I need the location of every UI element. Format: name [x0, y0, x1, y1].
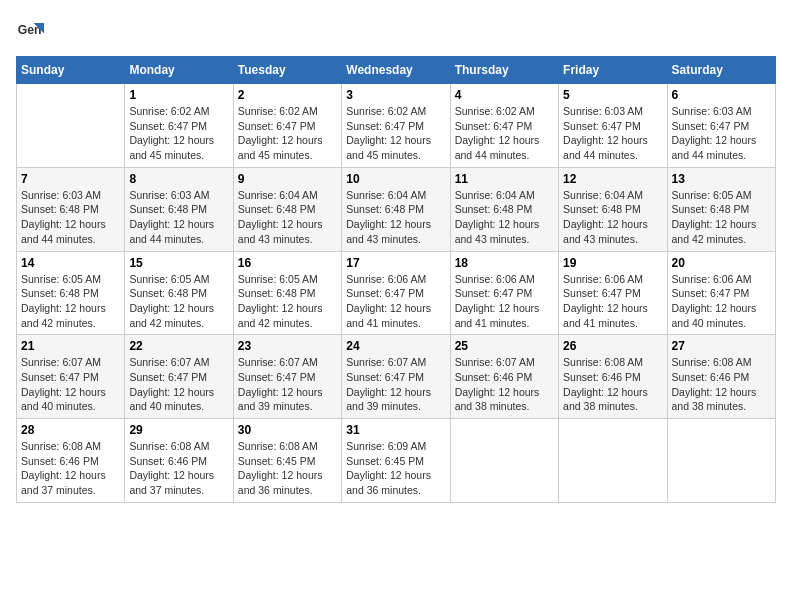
calendar-cell: 23Sunrise: 6:07 AM Sunset: 6:47 PM Dayli… — [233, 335, 341, 419]
calendar-cell — [559, 419, 667, 503]
day-number: 14 — [21, 256, 120, 270]
calendar-cell: 1Sunrise: 6:02 AM Sunset: 6:47 PM Daylig… — [125, 84, 233, 168]
calendar-cell: 12Sunrise: 6:04 AM Sunset: 6:48 PM Dayli… — [559, 167, 667, 251]
day-info: Sunrise: 6:04 AM Sunset: 6:48 PM Dayligh… — [455, 188, 554, 247]
calendar-cell: 16Sunrise: 6:05 AM Sunset: 6:48 PM Dayli… — [233, 251, 341, 335]
day-number: 20 — [672, 256, 771, 270]
weekday-header: Monday — [125, 57, 233, 84]
day-info: Sunrise: 6:03 AM Sunset: 6:48 PM Dayligh… — [21, 188, 120, 247]
calendar-week-row: 1Sunrise: 6:02 AM Sunset: 6:47 PM Daylig… — [17, 84, 776, 168]
day-number: 26 — [563, 339, 662, 353]
calendar-table: SundayMondayTuesdayWednesdayThursdayFrid… — [16, 56, 776, 503]
day-info: Sunrise: 6:03 AM Sunset: 6:47 PM Dayligh… — [563, 104, 662, 163]
logo: Gen — [16, 16, 48, 44]
calendar-cell — [667, 419, 775, 503]
page-header: Gen — [16, 16, 776, 44]
calendar-cell: 26Sunrise: 6:08 AM Sunset: 6:46 PM Dayli… — [559, 335, 667, 419]
calendar-cell: 8Sunrise: 6:03 AM Sunset: 6:48 PM Daylig… — [125, 167, 233, 251]
day-number: 4 — [455, 88, 554, 102]
calendar-week-row: 28Sunrise: 6:08 AM Sunset: 6:46 PM Dayli… — [17, 419, 776, 503]
day-number: 23 — [238, 339, 337, 353]
calendar-cell: 29Sunrise: 6:08 AM Sunset: 6:46 PM Dayli… — [125, 419, 233, 503]
calendar-cell: 6Sunrise: 6:03 AM Sunset: 6:47 PM Daylig… — [667, 84, 775, 168]
day-info: Sunrise: 6:05 AM Sunset: 6:48 PM Dayligh… — [672, 188, 771, 247]
day-info: Sunrise: 6:07 AM Sunset: 6:46 PM Dayligh… — [455, 355, 554, 414]
day-info: Sunrise: 6:04 AM Sunset: 6:48 PM Dayligh… — [346, 188, 445, 247]
day-info: Sunrise: 6:06 AM Sunset: 6:47 PM Dayligh… — [346, 272, 445, 331]
calendar-cell: 22Sunrise: 6:07 AM Sunset: 6:47 PM Dayli… — [125, 335, 233, 419]
day-number: 6 — [672, 88, 771, 102]
calendar-cell: 7Sunrise: 6:03 AM Sunset: 6:48 PM Daylig… — [17, 167, 125, 251]
day-number: 15 — [129, 256, 228, 270]
day-info: Sunrise: 6:08 AM Sunset: 6:46 PM Dayligh… — [563, 355, 662, 414]
calendar-cell: 28Sunrise: 6:08 AM Sunset: 6:46 PM Dayli… — [17, 419, 125, 503]
day-number: 2 — [238, 88, 337, 102]
day-number: 29 — [129, 423, 228, 437]
calendar-cell: 18Sunrise: 6:06 AM Sunset: 6:47 PM Dayli… — [450, 251, 558, 335]
calendar-week-row: 21Sunrise: 6:07 AM Sunset: 6:47 PM Dayli… — [17, 335, 776, 419]
day-number: 17 — [346, 256, 445, 270]
day-number: 8 — [129, 172, 228, 186]
calendar-cell: 14Sunrise: 6:05 AM Sunset: 6:48 PM Dayli… — [17, 251, 125, 335]
day-info: Sunrise: 6:06 AM Sunset: 6:47 PM Dayligh… — [672, 272, 771, 331]
day-info: Sunrise: 6:04 AM Sunset: 6:48 PM Dayligh… — [563, 188, 662, 247]
calendar-cell: 15Sunrise: 6:05 AM Sunset: 6:48 PM Dayli… — [125, 251, 233, 335]
day-info: Sunrise: 6:07 AM Sunset: 6:47 PM Dayligh… — [238, 355, 337, 414]
day-number: 27 — [672, 339, 771, 353]
day-info: Sunrise: 6:06 AM Sunset: 6:47 PM Dayligh… — [563, 272, 662, 331]
calendar-cell — [17, 84, 125, 168]
calendar-cell: 17Sunrise: 6:06 AM Sunset: 6:47 PM Dayli… — [342, 251, 450, 335]
day-number: 3 — [346, 88, 445, 102]
day-info: Sunrise: 6:07 AM Sunset: 6:47 PM Dayligh… — [21, 355, 120, 414]
day-info: Sunrise: 6:04 AM Sunset: 6:48 PM Dayligh… — [238, 188, 337, 247]
calendar-cell: 3Sunrise: 6:02 AM Sunset: 6:47 PM Daylig… — [342, 84, 450, 168]
calendar-cell: 20Sunrise: 6:06 AM Sunset: 6:47 PM Dayli… — [667, 251, 775, 335]
day-number: 21 — [21, 339, 120, 353]
day-number: 16 — [238, 256, 337, 270]
day-number: 12 — [563, 172, 662, 186]
day-info: Sunrise: 6:08 AM Sunset: 6:46 PM Dayligh… — [672, 355, 771, 414]
weekday-header: Sunday — [17, 57, 125, 84]
day-info: Sunrise: 6:02 AM Sunset: 6:47 PM Dayligh… — [238, 104, 337, 163]
calendar-cell: 11Sunrise: 6:04 AM Sunset: 6:48 PM Dayli… — [450, 167, 558, 251]
weekday-header: Saturday — [667, 57, 775, 84]
day-info: Sunrise: 6:09 AM Sunset: 6:45 PM Dayligh… — [346, 439, 445, 498]
logo-icon: Gen — [16, 16, 44, 44]
calendar-body: 1Sunrise: 6:02 AM Sunset: 6:47 PM Daylig… — [17, 84, 776, 503]
day-number: 31 — [346, 423, 445, 437]
header-row: SundayMondayTuesdayWednesdayThursdayFrid… — [17, 57, 776, 84]
calendar-cell: 4Sunrise: 6:02 AM Sunset: 6:47 PM Daylig… — [450, 84, 558, 168]
weekday-header: Friday — [559, 57, 667, 84]
day-info: Sunrise: 6:05 AM Sunset: 6:48 PM Dayligh… — [129, 272, 228, 331]
day-info: Sunrise: 6:05 AM Sunset: 6:48 PM Dayligh… — [238, 272, 337, 331]
calendar-cell: 19Sunrise: 6:06 AM Sunset: 6:47 PM Dayli… — [559, 251, 667, 335]
day-number: 5 — [563, 88, 662, 102]
day-number: 1 — [129, 88, 228, 102]
weekday-header: Wednesday — [342, 57, 450, 84]
day-info: Sunrise: 6:07 AM Sunset: 6:47 PM Dayligh… — [129, 355, 228, 414]
day-info: Sunrise: 6:06 AM Sunset: 6:47 PM Dayligh… — [455, 272, 554, 331]
day-number: 13 — [672, 172, 771, 186]
calendar-cell: 31Sunrise: 6:09 AM Sunset: 6:45 PM Dayli… — [342, 419, 450, 503]
calendar-cell: 9Sunrise: 6:04 AM Sunset: 6:48 PM Daylig… — [233, 167, 341, 251]
day-info: Sunrise: 6:02 AM Sunset: 6:47 PM Dayligh… — [129, 104, 228, 163]
calendar-cell: 10Sunrise: 6:04 AM Sunset: 6:48 PM Dayli… — [342, 167, 450, 251]
calendar-cell: 5Sunrise: 6:03 AM Sunset: 6:47 PM Daylig… — [559, 84, 667, 168]
weekday-header: Tuesday — [233, 57, 341, 84]
day-info: Sunrise: 6:08 AM Sunset: 6:46 PM Dayligh… — [21, 439, 120, 498]
calendar-cell — [450, 419, 558, 503]
calendar-cell: 30Sunrise: 6:08 AM Sunset: 6:45 PM Dayli… — [233, 419, 341, 503]
day-number: 28 — [21, 423, 120, 437]
calendar-week-row: 7Sunrise: 6:03 AM Sunset: 6:48 PM Daylig… — [17, 167, 776, 251]
day-info: Sunrise: 6:02 AM Sunset: 6:47 PM Dayligh… — [346, 104, 445, 163]
calendar-cell: 21Sunrise: 6:07 AM Sunset: 6:47 PM Dayli… — [17, 335, 125, 419]
day-number: 25 — [455, 339, 554, 353]
day-info: Sunrise: 6:08 AM Sunset: 6:46 PM Dayligh… — [129, 439, 228, 498]
calendar-cell: 13Sunrise: 6:05 AM Sunset: 6:48 PM Dayli… — [667, 167, 775, 251]
day-number: 9 — [238, 172, 337, 186]
day-number: 7 — [21, 172, 120, 186]
calendar-header: SundayMondayTuesdayWednesdayThursdayFrid… — [17, 57, 776, 84]
calendar-week-row: 14Sunrise: 6:05 AM Sunset: 6:48 PM Dayli… — [17, 251, 776, 335]
day-number: 19 — [563, 256, 662, 270]
day-info: Sunrise: 6:03 AM Sunset: 6:47 PM Dayligh… — [672, 104, 771, 163]
